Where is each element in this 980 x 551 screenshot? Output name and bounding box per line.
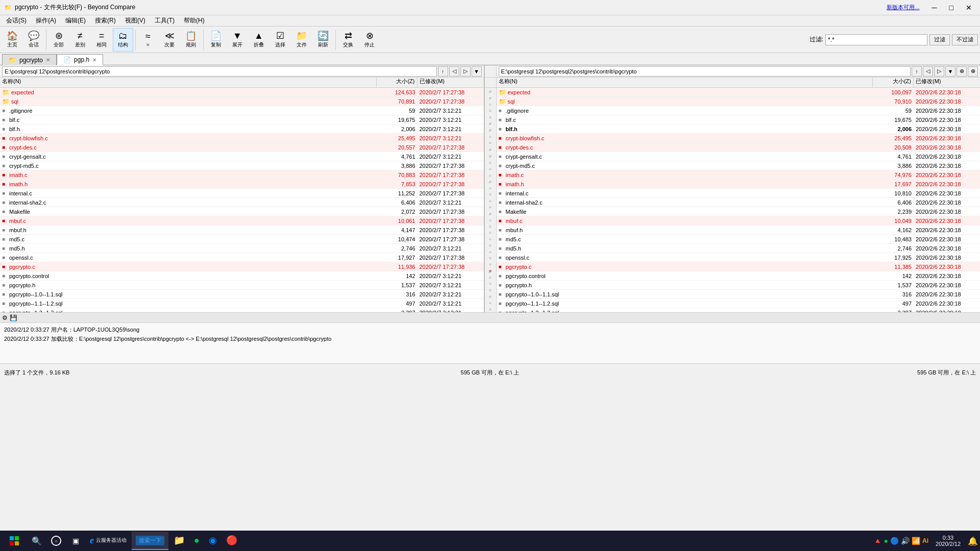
list-item[interactable]: ■pgcrypto.h 1,537 2020/2/7 3:12:21: [0, 281, 484, 290]
list-item[interactable]: ■Makefile 2,072 2020/2/7 17:27:38: [0, 207, 484, 216]
list-item[interactable]: ■pgcrypto.h 1,537 2020/2/6 22:30:18: [497, 281, 981, 290]
list-item[interactable]: ■pgcrypto--1.0--1.1.sql 316 2020/2/7 3:1…: [0, 290, 484, 299]
list-item[interactable]: ■.gitignore 59 2020/2/7 3:12:21: [0, 106, 484, 115]
list-item[interactable]: ■mbuf.h 4,162 2020/2/6 22:30:18: [497, 226, 981, 235]
list-item[interactable]: ■pgcrypto--1.0--1.1.sql 316 2020/2/6 22:…: [497, 290, 981, 299]
filter-input[interactable]: [825, 34, 927, 45]
tray-ai-text[interactable]: Ai: [922, 537, 928, 544]
left-path-input[interactable]: [2, 66, 437, 77]
tray-icon-2[interactable]: ●: [884, 537, 888, 545]
toolbar-stop[interactable]: ⊗ 停止: [359, 28, 380, 52]
new-version-link[interactable]: 新版本可用...: [887, 4, 919, 11]
taskbar-taskview[interactable]: ▣: [66, 532, 85, 550]
list-item[interactable]: ■md5.h 2,746 2020/2/6 22:30:18: [497, 244, 981, 253]
filter-button[interactable]: 过滤: [929, 34, 950, 45]
list-item[interactable]: ■blf.h 2,006 2020/2/6 22:30:18: [497, 124, 981, 134]
taskbar-app-blue[interactable]: ◉: [205, 532, 221, 550]
right-path-extra2[interactable]: ⊕: [968, 66, 978, 77]
toolbar-minor[interactable]: ≪ 次要: [159, 28, 180, 52]
left-path-up[interactable]: ↑: [438, 66, 448, 77]
right-path-forward[interactable]: ▷: [934, 66, 944, 77]
menu-help[interactable]: 帮助(H): [180, 15, 209, 26]
list-item[interactable]: ■pgcrypto.c 11,385 2020/2/6 22:30:18: [497, 262, 981, 271]
close-button[interactable]: ✕: [962, 3, 976, 13]
right-path-input[interactable]: [499, 66, 911, 77]
tab-pgph-close[interactable]: ✕: [92, 57, 96, 63]
list-item[interactable]: ■imath.h 17,697 2020/2/6 22:30:18: [497, 180, 981, 189]
list-item[interactable]: ■openssl.c 17,927 2020/2/7 17:27:38: [0, 253, 484, 262]
left-path-forward[interactable]: ▷: [460, 66, 471, 77]
left-col-name[interactable]: 名称(N): [0, 78, 377, 87]
menu-action[interactable]: 操作(A): [32, 15, 60, 26]
list-item[interactable]: ■blf.c 19,675 2020/2/6 22:30:18: [497, 115, 981, 124]
log-save-icon[interactable]: 💾: [10, 314, 17, 321]
toolbar-select[interactable]: ☑ 选择: [270, 28, 290, 52]
log-settings-icon[interactable]: ⚙: [2, 314, 8, 321]
list-item[interactable]: ■mbuf.c 10,049 2020/2/6 22:30:18: [497, 216, 981, 226]
list-item[interactable]: ■crypt-gensalt.c 4,761 2020/2/7 3:12:21: [0, 152, 484, 161]
right-col-size[interactable]: 大小(Z): [873, 78, 914, 87]
right-path-up[interactable]: ↑: [912, 66, 922, 77]
maximize-button[interactable]: □: [945, 3, 958, 13]
menu-tools[interactable]: 工具(T): [151, 15, 179, 26]
list-item[interactable]: ■crypt-des.c 20,508 2020/2/6 22:30:18: [497, 143, 981, 152]
list-item[interactable]: ■crypt-blowfish.c 25,495 2020/2/7 3:12:2…: [0, 134, 484, 143]
toolbar-copy[interactable]: 📄 复制: [206, 28, 226, 52]
right-path-extra1[interactable]: ⊕: [957, 66, 967, 77]
tab-pgcrypto-close[interactable]: ✕: [46, 57, 50, 63]
left-path-back[interactable]: ◁: [449, 66, 459, 77]
list-item[interactable]: ■imath.h 7,853 2020/2/7 17:27:38: [0, 180, 484, 189]
list-item[interactable]: ■crypt-gensalt.c 4,761 2020/2/6 22:30:18: [497, 152, 981, 161]
right-col-modified[interactable]: 已修改(M): [914, 78, 980, 87]
list-item[interactable]: ■crypt-blowfish.c 25,495 2020/2/6 22:30:…: [497, 134, 981, 143]
toolbar-all[interactable]: ⊛ 全部: [48, 28, 69, 52]
left-col-size[interactable]: 大小(Z): [377, 78, 418, 87]
toolbar-session[interactable]: 💬 会话: [23, 28, 44, 52]
list-item[interactable]: ■pgcrypto--1.2--1.3.sql 2,387 2020/2/6 2…: [497, 308, 981, 312]
list-item[interactable]: ■blf.c 19,675 2020/2/7 3:12:21: [0, 115, 484, 124]
list-item[interactable]: ■pgcrypto--1.2--1.3.sql 2,387 2020/2/7 3…: [0, 308, 484, 312]
list-item[interactable]: ■md5.c 10,483 2020/2/6 22:30:18: [497, 235, 981, 244]
start-button[interactable]: [2, 532, 27, 550]
toolbar-diff[interactable]: ≠ 差别: [70, 28, 90, 52]
toolbar-structure[interactable]: 🗂 结构: [113, 28, 133, 52]
list-item[interactable]: ■pgcrypto--1.1--1.2.sql 497 2020/2/6 22:…: [497, 299, 981, 308]
toolbar-swap[interactable]: ⇄ 交换: [338, 28, 358, 52]
menu-search[interactable]: 搜索(R): [91, 15, 120, 26]
right-path-browse[interactable]: ▼: [945, 66, 955, 77]
list-item[interactable]: ■internal.c 11,252 2020/2/7 17:27:38: [0, 189, 484, 198]
list-item[interactable]: ■md5.c 10,474 2020/2/7 17:27:38: [0, 235, 484, 244]
tray-icon-5[interactable]: 📶: [912, 537, 920, 545]
toolbar-same[interactable]: = 相同: [91, 28, 112, 52]
toolbar-approx[interactable]: ≈ ≈: [138, 28, 158, 52]
list-item[interactable]: ■pgcrypto.c 11,936 2020/2/7 17:27:38: [0, 262, 484, 271]
toolbar-expand[interactable]: ▼ 展开: [227, 28, 248, 52]
list-item[interactable]: ■internal-sha2.c 6,406 2020/2/6 22:30:18: [497, 198, 981, 207]
menu-edit[interactable]: 编辑(E): [61, 15, 90, 26]
list-item[interactable]: ■Makefile 2,239 2020/2/6 22:30:18: [497, 207, 981, 216]
tab-pgcrypto[interactable]: 📁 pgcrypto ✕: [2, 54, 57, 65]
toolbar-rules[interactable]: 📋 规则: [181, 28, 201, 52]
list-item[interactable]: ■mbuf.c 10,061 2020/2/7 17:27:38: [0, 216, 484, 226]
menu-session[interactable]: 会话(S): [2, 15, 31, 26]
toolbar-refresh[interactable]: 🔄 刷新: [313, 28, 333, 52]
no-filter-button[interactable]: 不过滤: [952, 34, 978, 45]
list-item[interactable]: ■internal-sha2.c 6,406 2020/2/7 3:12:21: [0, 198, 484, 207]
list-item[interactable]: ■pgcrypto.control 142 2020/2/7 3:12:21: [0, 271, 484, 281]
taskbar-app-green[interactable]: ●: [190, 532, 204, 550]
taskbar-search[interactable]: 🔍: [28, 532, 46, 550]
toolbar-collapse[interactable]: ▲ 折叠: [249, 28, 269, 52]
list-item[interactable]: ■mbuf.h 4,147 2020/2/7 17:27:38: [0, 226, 484, 235]
list-item[interactable]: ■md5.h 2,746 2020/2/7 3:12:21: [0, 244, 484, 253]
list-item[interactable]: 📁expected 100,097 2020/2/6 22:30:18: [497, 88, 981, 97]
list-item[interactable]: ■pgcrypto--1.1--1.2.sql 497 2020/2/7 3:1…: [0, 299, 484, 308]
list-item[interactable]: ■imath.c 74,976 2020/2/6 22:30:18: [497, 170, 981, 180]
list-item[interactable]: ■imath.c 70,883 2020/2/7 17:27:38: [0, 170, 484, 180]
list-item[interactable]: ■crypt-md5.c 3,886 2020/2/7 17:27:38: [0, 161, 484, 170]
minimize-button[interactable]: ─: [928, 3, 941, 13]
right-path-back[interactable]: ◁: [923, 66, 933, 77]
taskbar-cortana[interactable]: ○: [47, 532, 65, 550]
notification-icon[interactable]: 🔔: [968, 536, 978, 546]
toolbar-file[interactable]: 📁 文件: [291, 28, 312, 52]
tray-icon-4[interactable]: 🔊: [901, 537, 910, 545]
